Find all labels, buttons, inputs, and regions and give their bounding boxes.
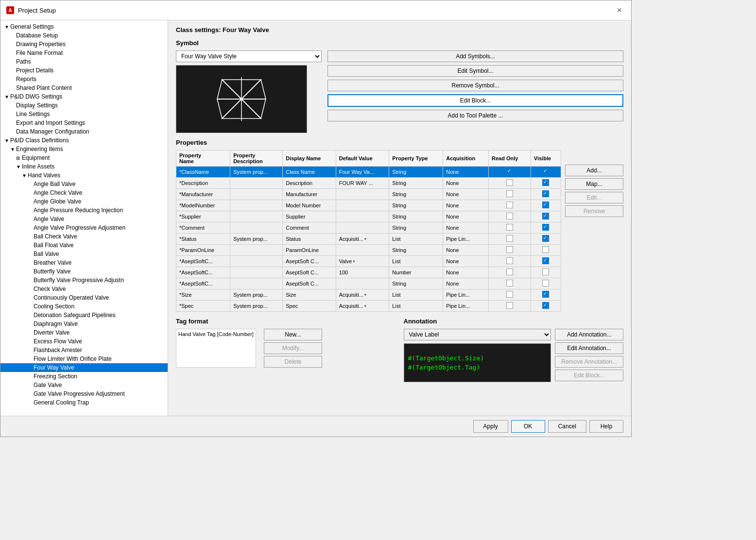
tree-item-ball-valve[interactable]: Ball Valve (0, 250, 168, 258)
checkbox-readonly-9[interactable] (506, 269, 513, 275)
tree-item-diverter-valve[interactable]: Diverter Valve (0, 328, 168, 337)
checkbox-visible-9[interactable] (542, 269, 549, 275)
ok-button[interactable]: OK (511, 420, 545, 433)
tree-item-flashback-arrester[interactable]: Flashback Arrester (0, 346, 168, 354)
checkbox-visible-12[interactable] (542, 302, 549, 309)
tree-item-diaphragm-valve[interactable]: Diaphragm Valve (0, 320, 168, 328)
tree-item-general-settings[interactable]: ▼General Settings (0, 22, 168, 31)
checkbox-visible-8[interactable] (542, 257, 549, 264)
tree-item-ball-float-valve[interactable]: Ball Float Valve (0, 241, 168, 250)
checkbox-visible-1[interactable] (542, 179, 549, 186)
checkbox-readonly-2[interactable] (506, 190, 513, 197)
apply-button[interactable]: Apply (473, 420, 508, 433)
tree-item-line-settings[interactable]: Line Settings (0, 110, 168, 118)
checkbox-visible-4[interactable] (542, 213, 549, 219)
checkbox-readonly-0[interactable] (506, 168, 513, 175)
tree-item-angle-valve-progressive[interactable]: Angle Valve Progressive Adjustmen (0, 223, 168, 232)
tree-item-excess-flow-valve[interactable]: Excess Flow Valve (0, 337, 168, 346)
table-row[interactable]: *Manufacturer Manufacturer String None (176, 189, 561, 200)
tree-item-freezing-section[interactable]: Freezing Section (0, 372, 168, 381)
table-row[interactable]: *ClassName System prop... Class Name Fou… (176, 167, 561, 178)
tag-format-new-button[interactable]: New... (264, 329, 322, 340)
symbol-dropdown[interactable]: Four Way Valve Style (176, 51, 322, 62)
help-button[interactable]: Help (589, 420, 623, 433)
table-row[interactable]: *AseptSoftC... AseptSoft C... Valve ▼ Li… (176, 256, 561, 267)
checkbox-readonly-7[interactable] (506, 246, 513, 253)
tree-item-butterfly-valve-progressive[interactable]: Butterfly Valve Progressive Adjustn (0, 276, 168, 285)
checkbox-visible-11[interactable] (542, 291, 549, 298)
table-row[interactable]: *Comment Comment String None (176, 222, 561, 234)
checkbox-readonly-4[interactable] (506, 213, 513, 219)
checkbox-readonly-11[interactable] (506, 291, 513, 298)
table-row[interactable]: *Description Description FOUR WAY ... St… (176, 178, 561, 189)
checkbox-visible-0[interactable] (542, 168, 549, 175)
tag-format-modify-button[interactable]: Modify... (264, 342, 322, 354)
tree-item-continuously-operated-valve[interactable]: Continuously Operated Valve (0, 293, 168, 302)
checkbox-visible-3[interactable] (542, 202, 549, 208)
tree-item-shared-plant-content[interactable]: Shared Plant Content (0, 84, 168, 92)
remove-property-button[interactable]: Remove (565, 205, 623, 217)
table-row[interactable]: *AseptSoftC... AseptSoft C... String Non… (176, 278, 561, 289)
tree-item-pid-class-definitions[interactable]: ▼P&ID Class Definitions (0, 136, 168, 145)
tree-item-butterfly-valve[interactable]: Butterfly Valve (0, 267, 168, 276)
table-row[interactable]: *Status System prop... Status Acquisiti.… (176, 234, 561, 245)
edit-property-button[interactable]: Edit... (565, 192, 623, 203)
table-row[interactable]: *AseptSoftC... AseptSoft C... 100 Number… (176, 267, 561, 278)
tree-item-hand-valves[interactable]: ▼Hand Valves (0, 171, 168, 180)
tree-item-gate-valve[interactable]: Gate Valve (0, 381, 168, 389)
table-row[interactable]: *ParamOnLine ParamOnLine String None (176, 245, 561, 256)
map-property-button[interactable]: Map... (565, 178, 623, 190)
tree-item-angle-ball-valve[interactable]: Angle Ball Valve (0, 180, 168, 188)
tree-item-angle-globe-valve[interactable]: Angle Globe Valve (0, 197, 168, 206)
checkbox-visible-10[interactable] (542, 280, 549, 287)
table-row[interactable]: *ModelNumber Model Number String None (176, 200, 561, 211)
tree-item-equipment[interactable]: ⊞Equipment (0, 153, 168, 162)
add-annotation-button[interactable]: Add Annotation... (555, 329, 623, 340)
checkbox-readonly-1[interactable] (506, 179, 513, 186)
remove-symbol-button[interactable]: Remove Symbol... (327, 80, 623, 91)
tree-item-cooling-section[interactable]: Cooling Section (0, 302, 168, 311)
tree-item-detonation-safeguard[interactable]: Detonation Safeguard Pipelines (0, 311, 168, 320)
cancel-button[interactable]: Cancel (548, 420, 586, 433)
tree-item-general-cooling-trap[interactable]: General Cooling Trap (0, 398, 168, 407)
add-to-palette-button[interactable]: Add to Tool Palette ... (327, 110, 623, 121)
tree-item-gate-valve-progressive[interactable]: Gate Valve Progressive Adjustment (0, 389, 168, 398)
tree-item-display-settings[interactable]: Display Settings (0, 101, 168, 110)
tree-item-drawing-properties[interactable]: Drawing Properties (0, 40, 168, 49)
tree-item-angle-check-valve[interactable]: Angle Check Valve (0, 188, 168, 197)
tree-item-data-manager-config[interactable]: Data Manager Configuration (0, 127, 168, 136)
annotation-edit-block-button[interactable]: Edit Block... (555, 370, 623, 381)
tree-item-reports[interactable]: Reports (0, 75, 168, 84)
edit-block-button[interactable]: Edit Block... (327, 94, 623, 107)
tree-item-ball-check-valve[interactable]: Ball Check Valve (0, 232, 168, 241)
close-button[interactable]: ✕ (614, 4, 625, 16)
tree-item-check-valve[interactable]: Check Valve (0, 285, 168, 293)
tree-item-database-setup[interactable]: Database Setup (0, 31, 168, 40)
tree-item-flow-limiter[interactable]: Flow Limiter With Orifice Plate (0, 354, 168, 363)
table-row[interactable]: *Supplier Supplier String None (176, 211, 561, 222)
annotation-select[interactable]: Valve Label (404, 329, 551, 340)
checkbox-visible-7[interactable] (542, 246, 549, 253)
edit-symbol-button[interactable]: Edit Symbol... (327, 65, 623, 77)
tree-item-engineering-items[interactable]: ▼Engineering Items (0, 145, 168, 153)
tree-item-pid-dwg-settings[interactable]: ▼P&ID DWG Settings (0, 92, 168, 101)
tree-item-angle-valve[interactable]: Angle Valve (0, 215, 168, 223)
add-property-button[interactable]: Add... (565, 165, 623, 176)
checkbox-readonly-8[interactable] (506, 257, 513, 264)
tree-item-project-details[interactable]: Project Details (0, 66, 168, 75)
checkbox-readonly-3[interactable] (506, 202, 513, 208)
remove-annotation-button[interactable]: Remove Annotation... (555, 356, 623, 368)
tree-item-file-name-format[interactable]: File Name Format (0, 49, 168, 57)
checkbox-visible-6[interactable] (542, 235, 549, 242)
checkbox-readonly-12[interactable] (506, 302, 513, 309)
table-row[interactable]: *Size System prop... Size Acquisiti... ▼… (176, 289, 561, 301)
tree-item-angle-pressure-reducing[interactable]: Angle Pressure Reducing Injection (0, 206, 168, 215)
add-symbols-button[interactable]: Add Symbols... (327, 51, 623, 62)
checkbox-visible-5[interactable] (542, 224, 549, 231)
tree-item-four-way-valve[interactable]: Four Way Valve (0, 363, 168, 372)
checkbox-readonly-5[interactable] (506, 224, 513, 231)
tree-item-export-import-settings[interactable]: Export and Import Settings (0, 118, 168, 127)
table-row[interactable]: *Spec System prop... Spec Acquisiti... ▼… (176, 301, 561, 312)
checkbox-visible-2[interactable] (542, 190, 549, 197)
tree-item-inline-assets[interactable]: ▼Inline Assets (0, 162, 168, 171)
